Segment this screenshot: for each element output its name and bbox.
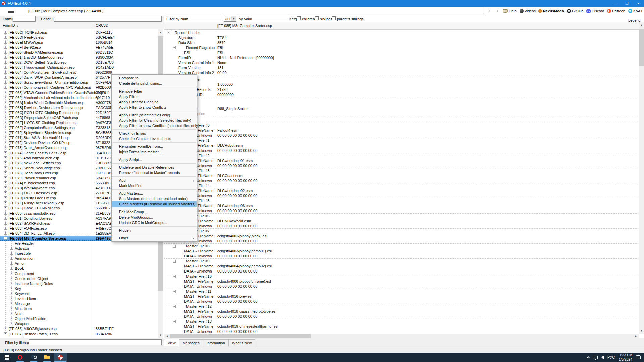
expand-icon[interactable]: +	[4, 232, 7, 235]
tab-information[interactable]: Information	[203, 339, 229, 346]
expand-icon[interactable]: +	[4, 96, 7, 99]
detail-row[interactable]: MAST - FileNameDLCworkshop02.esm	[164, 188, 637, 193]
detail-value-column-header[interactable]: [FE 085] M8r Complex Sorter.esp	[217, 24, 272, 28]
expand-icon[interactable]: +	[4, 176, 7, 179]
expand-icon[interactable]: +	[4, 136, 7, 139]
detail-row[interactable]: −Master File #1	[164, 138, 637, 143]
expand-icon[interactable]: +	[4, 206, 7, 209]
filter-operator-select[interactable]: and ▼	[224, 16, 236, 22]
menu-item-renumber-formids-from[interactable]: Renumber FormIDs from...	[112, 144, 197, 149]
expand-icon[interactable]: +	[4, 111, 7, 114]
expand-icon[interactable]: +	[4, 121, 7, 124]
collapse-icon[interactable]: −	[173, 260, 176, 263]
collapse-icon[interactable]: −	[167, 31, 170, 34]
detail-row[interactable]: MAST - FileNameccbgsfo4006-pipboy(chrome…	[164, 279, 637, 284]
start-button[interactable]	[0, 353, 13, 362]
expand-icon[interactable]: +	[4, 201, 7, 204]
column-crc32[interactable]: CRC32	[96, 23, 108, 27]
expand-icon[interactable]: +	[4, 31, 7, 34]
menu-item-undelete-and-disable-references[interactable]: Undelete and Disable References	[112, 165, 197, 170]
detail-row[interactable]: −Master File #3	[164, 168, 637, 173]
expand-icon[interactable]: +	[4, 217, 7, 220]
expand-icon[interactable]: +	[4, 106, 7, 109]
scrollbar-thumb[interactable]	[170, 334, 311, 338]
expand-icon[interactable]: +	[4, 327, 7, 330]
scroll-up-icon[interactable]: ▲	[639, 22, 644, 28]
detail-row[interactable]: DATA - Unknown00 00 00 00 00 00 00 00	[164, 268, 637, 274]
menu-item-add[interactable]: Add›	[112, 178, 197, 183]
formid-input[interactable]	[13, 16, 36, 22]
menu-item-sort-masters-to-match-current-load-order[interactable]: Sort Masters (to match current load orde…	[112, 196, 197, 201]
filter-by-value-input[interactable]	[252, 16, 287, 21]
expand-icon[interactable]: +	[10, 307, 13, 310]
tree-row[interactable]: +[FE 063] Thuggysmurf_Optimization.esp9C…	[0, 65, 158, 70]
menu-item-mark-modified[interactable]: Mark Modified	[112, 183, 197, 188]
menu-item-create-delta-patch-using[interactable]: Create delta patch using...	[112, 81, 197, 86]
breadcrumb[interactable]	[26, 8, 484, 14]
menu-item-apply-filter-for-cleaning-selected-files-only[interactable]: Apply Filter for Cleaning (selected file…	[112, 118, 197, 123]
link-discord[interactable]: Discord	[586, 9, 604, 13]
filter-by-name-input[interactable]	[188, 16, 222, 21]
tree-row[interactable]: +[FE 086] M8rYASglasses.esp83BBF1EE	[0, 326, 158, 331]
expand-icon[interactable]: +	[4, 36, 7, 39]
detail-row[interactable]: MAST - FileNameccbgsfo4001-pipboy(black)…	[164, 233, 637, 238]
expand-icon[interactable]: +	[4, 86, 7, 89]
detail-row[interactable]: −Master File #5	[164, 198, 637, 203]
expand-icon[interactable]: +	[10, 282, 13, 285]
detail-row[interactable]: ESLESL	[164, 50, 637, 55]
expand-icon[interactable]: +	[4, 161, 7, 164]
detail-row[interactable]: Version1.000000	[164, 82, 637, 87]
nav-back-icon[interactable]: ‹	[486, 8, 492, 13]
expand-icon[interactable]: +	[4, 222, 7, 225]
expand-icon[interactable]: +	[10, 292, 13, 295]
expand-icon[interactable]: +	[4, 126, 7, 129]
menu-item-remove-identical-to-master-records[interactable]: Remove "Identical to Master" records	[112, 170, 197, 175]
detail-row[interactable]: DATA - Unknown00 00 00 00 00 00 00 00	[164, 133, 637, 138]
menu-item-compare-to[interactable]: Compare to...	[112, 75, 197, 81]
detail-row[interactable]: −Master File #11	[164, 289, 637, 294]
expand-icon[interactable]: +	[10, 317, 13, 320]
expand-icon[interactable]: +	[4, 91, 7, 94]
expand-icon[interactable]: +	[4, 66, 7, 69]
close-icon[interactable]: ✕	[633, 0, 644, 7]
scroll-left-icon[interactable]: ◄	[164, 334, 170, 338]
tree-row[interactable]: +Weapon	[0, 321, 158, 326]
collapse-icon[interactable]: −	[173, 305, 176, 308]
detail-row[interactable]: DATA - Unknown00 00 00 00 00 00 00 00	[164, 208, 637, 213]
collapse-icon[interactable]: −	[173, 275, 176, 278]
tree-row[interactable]: +Object Modification	[0, 316, 158, 321]
detail-hscrollbar[interactable]: ◄ ►	[164, 334, 639, 338]
expand-icon[interactable]: +	[10, 252, 13, 255]
expand-icon[interactable]: +	[4, 61, 7, 64]
keep-siblings-checkbox[interactable]	[315, 16, 319, 20]
detail-row[interactable]: Form Version131	[164, 65, 637, 70]
expand-icon[interactable]: +	[10, 322, 13, 325]
taskbar-item-fo4edit[interactable]	[54, 353, 67, 362]
detail-row[interactable]: −Master File #6	[164, 213, 637, 218]
tree-row[interactable]: +[FE 05E] MWoW.esp1665B814	[0, 40, 158, 45]
tree-row[interactable]: +Leveled Item	[0, 296, 158, 301]
link-ko-fi[interactable]: Ko-Fi	[628, 9, 642, 13]
detail-row[interactable]: SNAM - Description	[164, 111, 637, 116]
detail-vscrollbar[interactable]: ▲ ▼	[639, 22, 644, 334]
detail-row[interactable]: SignatureTES4	[164, 35, 637, 40]
tree-row[interactable]: +Instance Naming Rules	[0, 281, 158, 286]
detail-row[interactable]: −Record Header	[164, 30, 637, 35]
collapse-icon[interactable]: −	[4, 237, 7, 240]
legend-link[interactable]: Legend	[628, 18, 641, 22]
network-icon[interactable]	[593, 356, 598, 359]
collapse-icon[interactable]: −	[173, 290, 176, 293]
tree-row[interactable]: +Key	[0, 286, 158, 291]
expand-icon[interactable]: +	[4, 146, 7, 149]
menu-item-apply-filter-for-cleaning[interactable]: Apply Filter for Cleaning	[112, 99, 197, 105]
keep-parents-siblings-checkbox[interactable]	[332, 16, 336, 20]
expand-icon[interactable]: +	[10, 312, 13, 315]
menu-item-inject-forms-into-master[interactable]: Inject Forms into master...	[112, 149, 197, 155]
hamburger-menu-icon[interactable]	[8, 10, 14, 13]
tree-row[interactable]: +[FE 061] 1nivDD_MaleAddon.esp9B90C03A	[0, 55, 158, 60]
expand-icon[interactable]: +	[4, 332, 7, 335]
menu-item-delete-modgroups[interactable]: Delete ModGroups...	[112, 215, 197, 220]
detail-row[interactable]: −Master File #8	[164, 243, 637, 248]
detail-row[interactable]: Version Control Info 200 00	[164, 70, 637, 75]
detail-row[interactable]: −Record Flags (sorted)ESL	[164, 45, 637, 50]
